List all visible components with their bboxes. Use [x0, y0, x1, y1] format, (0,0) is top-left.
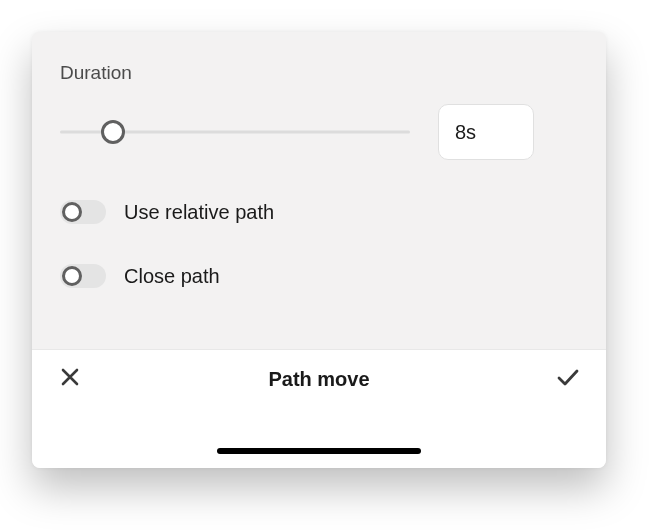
- duration-value-field[interactable]: 8s: [438, 104, 534, 160]
- duration-label: Duration: [60, 62, 578, 84]
- footer: Path move: [32, 349, 606, 468]
- use-relative-path-toggle-knob: [62, 202, 82, 222]
- relative-toggle-row: Use relative path: [60, 200, 578, 224]
- use-relative-path-label: Use relative path: [124, 201, 274, 224]
- duration-slider[interactable]: [60, 118, 410, 146]
- home-indicator[interactable]: [217, 448, 421, 454]
- settings-panel: Duration 8s Use relative path: [32, 32, 606, 468]
- close-path-toggle[interactable]: [60, 264, 106, 288]
- duration-value-text: 8s: [455, 121, 476, 144]
- footer-bar: Path move: [32, 350, 606, 408]
- content-area: Duration 8s Use relative path: [32, 32, 606, 350]
- duration-row: 8s: [60, 104, 578, 160]
- duration-slider-thumb[interactable]: [101, 120, 125, 144]
- close-icon: [60, 367, 80, 391]
- close-path-label: Close path: [124, 265, 220, 288]
- use-relative-path-toggle[interactable]: [60, 200, 106, 224]
- check-icon: [556, 367, 580, 391]
- close-path-toggle-knob: [62, 266, 82, 286]
- close-toggle-row: Close path: [60, 264, 578, 288]
- confirm-button[interactable]: [552, 363, 584, 395]
- footer-title: Path move: [86, 368, 552, 391]
- cancel-button[interactable]: [54, 363, 86, 395]
